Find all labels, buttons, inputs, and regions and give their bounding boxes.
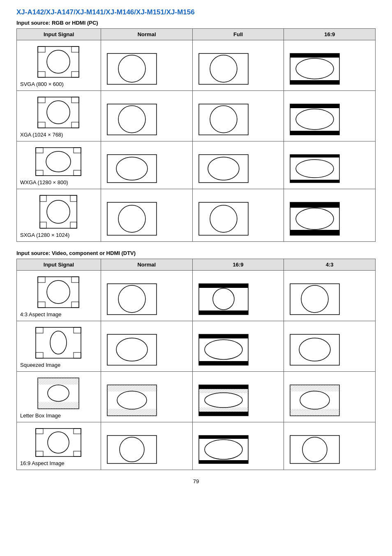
svg-rect-90 [107,409,157,416]
svg-rect-11 [290,53,339,58]
table-row: 16:9 Aspect Image [17,422,376,470]
169-squeezed [192,321,284,372]
col-header-full-1: Full [192,29,284,40]
svg-point-115 [302,437,327,462]
svg-point-61 [47,280,70,303]
page-title: XJ-A142/XJ-A147/XJ-M141/XJ-M146/XJ-M151/… [16,8,376,16]
signal-label-squeezed: Squeezed Image [17,321,101,372]
svg-point-81 [205,340,242,359]
col-header-43-2: 4:3 [284,259,376,271]
table-row: XGA (1024 × 768) [17,91,376,141]
col-header-normal-1: Normal [101,29,193,40]
normal-xga [101,91,193,141]
svg-rect-54 [290,230,339,235]
svg-rect-74 [74,352,81,358]
svg-rect-6 [107,53,157,84]
col-header-normal-2: Normal [101,259,192,271]
svg-point-83 [299,338,330,361]
svg-point-101 [300,391,330,409]
svg-point-37 [208,157,239,180]
signal-label-xga: XGA (1024 × 768) [17,91,101,141]
svg-rect-2 [71,46,79,52]
svg-point-33 [46,151,71,172]
169-wxga [284,141,376,189]
svg-rect-36 [199,155,248,183]
svg-rect-56 [38,277,79,308]
svg-point-19 [47,101,70,124]
svg-point-109 [120,437,144,462]
svg-rect-43 [40,195,46,202]
svg-rect-46 [70,222,77,228]
normal-squeezed [101,321,192,372]
svg-rect-65 [199,284,248,288]
169-169aspect [192,422,284,470]
signal-label-169aspect: 16:9 Aspect Image [17,422,101,470]
svg-point-47 [47,200,70,223]
svg-rect-78 [199,334,248,365]
svg-rect-1 [38,46,45,52]
normal-sxga [101,189,193,242]
table-row: WXGA (1280 × 800) [17,141,376,189]
signal-label-43aspect: 4:3 Aspect Image [17,271,101,321]
svg-rect-25 [290,104,339,108]
svg-rect-85 [38,378,79,385]
section2-heading: Input source: Video, component or HDMI (… [16,250,376,256]
169-letterbox [192,372,284,422]
svg-rect-50 [199,202,248,235]
svg-rect-28 [36,148,81,176]
svg-rect-18 [71,122,79,128]
svg-point-5 [47,50,70,73]
svg-rect-30 [74,148,81,153]
col-header-signal-1: Input Signal [17,29,101,40]
svg-rect-106 [74,451,81,456]
svg-rect-0 [38,46,79,77]
section1-table: Input Signal Normal Full 16:9 [16,28,376,242]
svg-point-27 [296,109,334,130]
svg-rect-31 [36,170,43,176]
svg-rect-111 [199,436,248,439]
svg-point-35 [116,157,148,180]
43-letterbox [284,372,376,422]
svg-point-67 [213,288,234,310]
normal-letterbox [101,372,192,422]
43-squeezed [284,321,376,372]
svg-rect-34 [107,155,157,183]
svg-rect-57 [38,277,45,283]
svg-rect-14 [38,97,79,128]
svg-rect-38 [290,155,339,183]
svg-rect-68 [290,284,339,315]
169-xga [284,91,376,141]
svg-point-41 [296,160,334,178]
svg-point-51 [210,205,237,232]
svg-rect-44 [70,195,77,202]
svg-point-77 [116,338,148,361]
169-svga [284,40,376,91]
svg-rect-96 [199,408,248,412]
table-row: Squeezed Image [17,321,376,372]
svg-rect-3 [38,72,45,77]
svg-rect-15 [38,97,45,103]
43-169aspect [284,422,376,470]
svg-point-75 [50,331,67,354]
normal-43aspect [101,271,192,321]
svg-point-7 [118,55,145,82]
svg-rect-71 [36,327,43,333]
normal-169aspect [101,422,192,470]
svg-rect-39 [290,155,339,158]
full-xga [192,91,284,141]
svg-rect-48 [107,202,157,235]
svg-rect-103 [36,429,43,434]
svg-rect-66 [199,310,248,315]
col-header-signal-2: Input Signal [17,259,101,271]
svg-rect-26 [290,131,339,135]
svg-point-9 [210,55,237,82]
svg-point-69 [301,285,328,313]
full-svga [192,40,284,91]
svg-rect-114 [290,436,339,463]
svg-rect-40 [290,180,339,183]
signal-label-letterbox: Letter Box Image [17,372,101,422]
svg-rect-94 [199,412,248,416]
43-43aspect [284,271,376,321]
svg-rect-22 [199,104,248,135]
svg-point-21 [118,106,145,133]
